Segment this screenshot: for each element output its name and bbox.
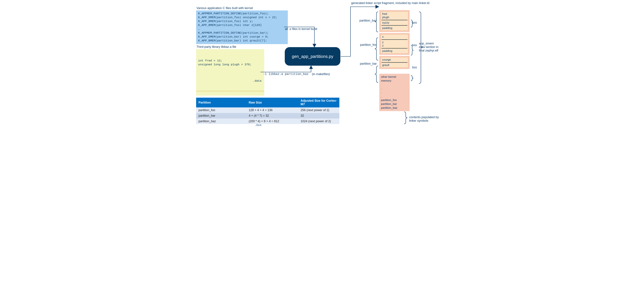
makefile-note: (in makefiles) (312, 72, 330, 76)
o-files-label: all .o files in kernel build (285, 27, 317, 31)
bar-bss: grault (381, 63, 408, 68)
lib-data-code: int fred = 12; unsigned long long plugh … (198, 59, 262, 67)
bar-label: partition_bar (360, 62, 377, 65)
cell: 1024 (next power of 2) (298, 118, 339, 124)
cell: (200 * 4) + 8 + 4 = 812 (246, 118, 298, 124)
diagram-canvas: Various application C files built with k… (193, 0, 451, 131)
cell: 128 + 4 + 4 = 136 (246, 107, 298, 113)
partition-size-table: Partition Raw Size Adjusted Size for Cor… (196, 98, 339, 124)
frag-title: generated linker script fragment, includ… (351, 1, 429, 5)
baz-label: partition_baz (360, 19, 377, 22)
app-smem-label: app_smem data section in final zephyr.el… (419, 42, 451, 52)
center-label: gen_app_partitions.py (292, 54, 333, 59)
foo-label: partition_foo (360, 43, 377, 47)
partition-foo-group: x y z padding (379, 33, 410, 55)
table-row: partition_baz (200 * 4) + 8 + 4 = 812 10… (196, 118, 339, 124)
bar-data: courge (381, 57, 408, 62)
app-c-title: Various application C files built with k… (196, 6, 253, 10)
app-c-code: K_APPMEM_PARTITION_DEFINE(partition_foo)… (196, 10, 288, 44)
foo-data: x (381, 34, 408, 39)
lib-title: Third-party library libbaz.a file (196, 45, 236, 49)
th-adj: Adjusted Size for Cortex-M7 (298, 98, 339, 107)
cell: 4 + (4 * 7) = 32 (246, 113, 298, 118)
baz-bss: xyzzy (381, 20, 408, 25)
foo-pad: padding (381, 48, 408, 53)
baz-data: fred plugh (381, 11, 408, 20)
lib-data-tag: .data (198, 79, 262, 83)
gen-app-partitions-node: gen_app_partitions.py (285, 47, 340, 66)
baz-pad: padding (381, 25, 408, 31)
memory-map: partition_baz fred plugh xyzzy padding b… (379, 10, 410, 111)
cell: partition_baz (196, 118, 246, 124)
foo-bss-tag: bss (412, 43, 417, 47)
bar-bss-tag: bss (412, 66, 417, 69)
linker-note: contents populated by linker symbols (409, 115, 441, 123)
cell: 32 (298, 113, 339, 118)
foo-bss: y z (381, 40, 408, 48)
baz-bss-tag: bss (412, 21, 417, 24)
cell: partition_bar (196, 113, 246, 118)
table-row: partition_foo 128 + 4 + 4 = 136 256 (nex… (196, 107, 339, 113)
cell: partition_foo (196, 107, 246, 113)
lib-code-box: int fred = 12; unsigned long long plugh … (196, 49, 264, 96)
table-row: partition_bar 4 + (4 * 7) = 32 32 (196, 113, 339, 118)
partition-baz-group: fred plugh xyzzy padding (379, 10, 410, 32)
kernel-memory-box: other kernel memory . . . partition_foo … (379, 74, 410, 111)
th-partition: Partition (196, 98, 246, 107)
th-raw: Raw Size (246, 98, 298, 107)
makefile-arg: -l libbaz.a partition_baz (263, 72, 308, 76)
cell: 256 (next power of 2) (298, 107, 339, 113)
partition-bar-group: courge grault (379, 56, 410, 69)
